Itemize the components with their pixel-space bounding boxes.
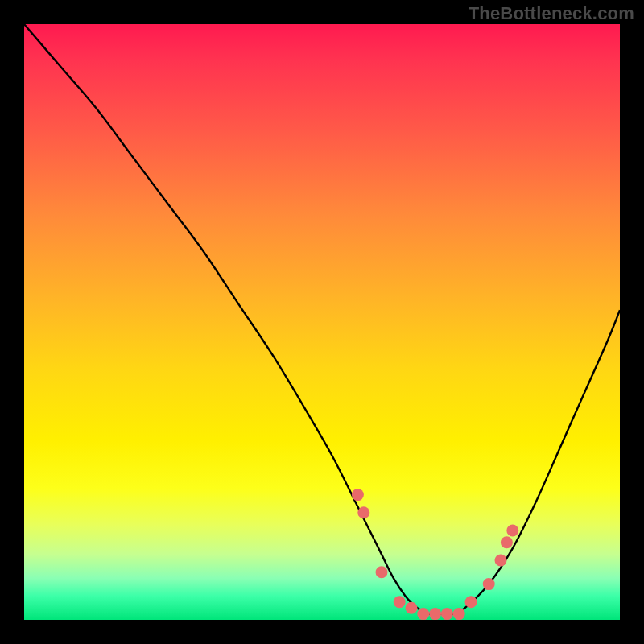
marker-point	[506, 525, 518, 537]
marker-point	[441, 608, 453, 620]
highlight-markers	[352, 489, 518, 620]
plot-area	[24, 24, 620, 620]
chart-frame: TheBottleneck.com	[0, 0, 644, 644]
marker-point	[406, 602, 418, 614]
marker-point	[352, 489, 364, 501]
curve-svg	[24, 24, 620, 620]
marker-point	[483, 578, 495, 590]
marker-point	[376, 566, 388, 578]
marker-point	[495, 555, 507, 567]
marker-point	[501, 536, 513, 548]
marker-point	[429, 608, 441, 620]
watermark-text: TheBottleneck.com	[469, 3, 634, 24]
marker-point	[357, 506, 369, 518]
marker-point	[394, 596, 406, 608]
marker-point	[417, 608, 429, 620]
marker-point	[453, 608, 465, 620]
marker-point	[465, 596, 477, 608]
bottleneck-curve	[24, 24, 620, 614]
